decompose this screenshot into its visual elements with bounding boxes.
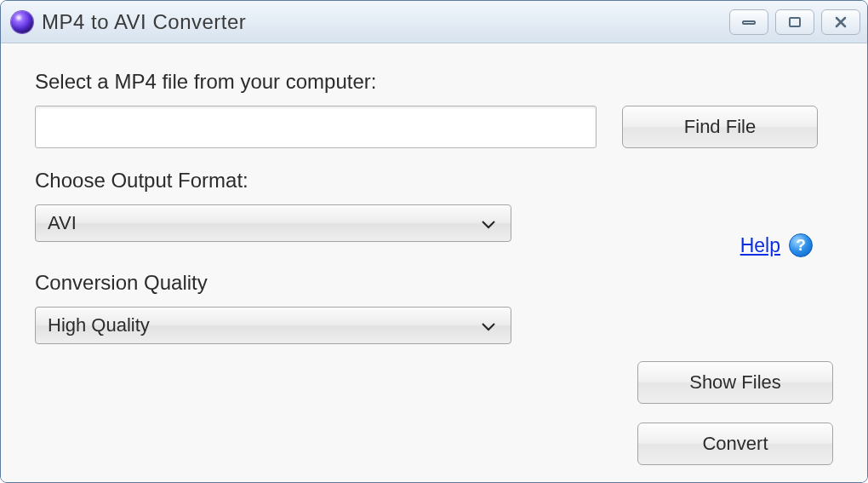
file-path-input[interactable]	[35, 106, 597, 148]
convert-button[interactable]: Convert	[637, 423, 833, 465]
quality-select[interactable]: High Quality	[35, 307, 511, 344]
app-icon	[11, 11, 33, 33]
minimize-button[interactable]	[729, 9, 768, 35]
file-row: Find File	[35, 106, 833, 148]
svg-rect-1	[790, 18, 800, 26]
quality-block: Conversion Quality High Quality	[35, 271, 833, 344]
close-icon	[834, 15, 848, 29]
minimize-icon	[741, 17, 757, 27]
quality-value: High Quality	[48, 314, 150, 336]
help-link[interactable]: Help	[740, 234, 780, 257]
quality-label: Conversion Quality	[35, 271, 833, 295]
maximize-button[interactable]	[775, 9, 814, 35]
output-format-value: AVI	[48, 212, 77, 234]
format-block: Choose Output Format: AVI	[35, 169, 833, 242]
chevron-down-icon	[482, 314, 495, 336]
maximize-icon	[787, 16, 802, 28]
titlebar: MP4 to AVI Converter	[1, 1, 867, 43]
select-file-label: Select a MP4 file from your computer:	[35, 70, 833, 94]
show-files-button[interactable]: Show Files	[637, 361, 833, 404]
output-format-label: Choose Output Format:	[35, 169, 833, 193]
window-title: MP4 to AVI Converter	[42, 10, 729, 34]
chevron-down-icon	[482, 212, 495, 234]
window-controls	[729, 9, 860, 35]
svg-rect-0	[743, 21, 755, 24]
app-window: MP4 to AVI Converter Select a MP4 file f…	[0, 0, 868, 483]
close-button[interactable]	[821, 9, 860, 35]
output-format-select[interactable]: AVI	[35, 204, 511, 242]
help-group: Help ?	[740, 233, 813, 257]
help-icon[interactable]: ?	[789, 233, 813, 257]
client-area: Select a MP4 file from your computer: Fi…	[1, 43, 867, 482]
find-file-button[interactable]: Find File	[622, 106, 818, 148]
